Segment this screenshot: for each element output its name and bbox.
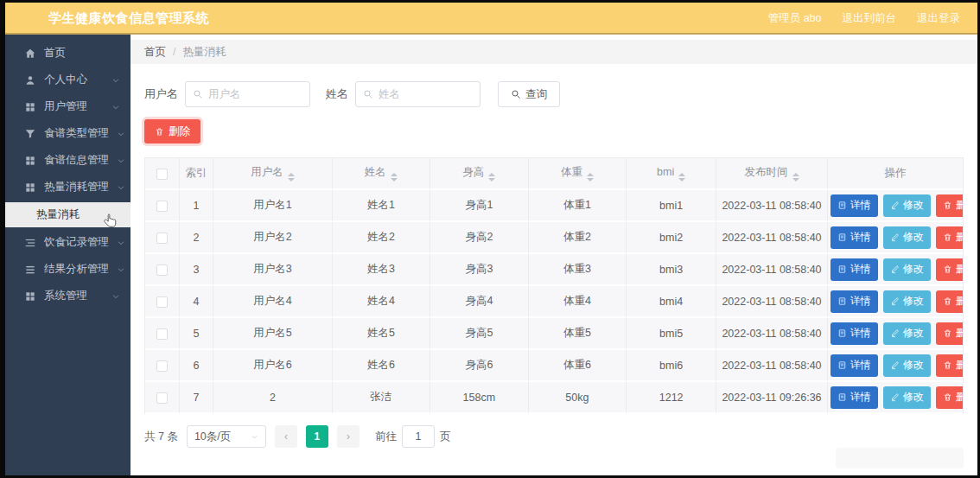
detail-button[interactable]: 详情 <box>830 354 878 377</box>
sort-caret-icon[interactable] <box>678 173 685 182</box>
exit-to-front-link[interactable]: 退出到前台 <box>843 11 897 26</box>
sidebar-item-diet-record[interactable]: 饮食记录管理 <box>5 229 130 256</box>
trash-icon <box>155 127 164 137</box>
edit-button[interactable]: 修改 <box>883 194 931 217</box>
table-header-row: 索引用户名姓名身高体重bmi发布时间操作 <box>145 158 963 190</box>
prev-page-button[interactable]: ‹ <box>275 425 297 448</box>
trash-icon <box>943 328 952 338</box>
detail-button[interactable]: 详情 <box>830 226 878 249</box>
sliders-icon <box>24 237 36 249</box>
row-checkbox[interactable] <box>156 264 168 276</box>
trash-icon <box>943 201 952 210</box>
sidebar-item-profile[interactable]: 个人中心 <box>5 67 130 93</box>
delete-button[interactable]: 删除 <box>936 386 963 409</box>
trash-icon <box>943 296 952 306</box>
search-icon <box>363 89 373 99</box>
column-header[interactable]: 体重 <box>529 158 627 190</box>
chevron-down-icon <box>111 103 120 112</box>
edit-icon <box>890 392 900 402</box>
sort-caret-icon[interactable] <box>288 173 295 182</box>
batch-delete-button[interactable]: 删除 <box>144 119 200 143</box>
detail-button[interactable]: 详情 <box>830 322 878 345</box>
table-cell: 2 <box>213 382 332 414</box>
edit-button[interactable]: 修改 <box>883 322 931 345</box>
sort-caret-icon[interactable] <box>488 173 495 182</box>
edit-button[interactable]: 修改 <box>883 354 931 377</box>
sort-caret-icon[interactable] <box>391 173 398 182</box>
goto-page-input[interactable] <box>402 425 435 448</box>
delete-button[interactable]: 删除 <box>936 290 963 313</box>
table-row: 5用户名5姓名5身高5体重5bmi52022-03-11 08:58:40详情修… <box>145 318 963 350</box>
column-header[interactable]: 发布时间 <box>716 158 828 190</box>
sidebar-item-recipe-type[interactable]: 食谱类型管理 <box>5 120 130 147</box>
edit-button[interactable]: 修改 <box>883 290 931 313</box>
table-row: 72张洁158cm50kg12122022-03-11 09:26:36详情修改… <box>145 382 963 414</box>
sidebar-item-recipe-info[interactable]: 食谱信息管理 <box>5 147 130 174</box>
detail-button[interactable]: 详情 <box>830 290 878 313</box>
column-header[interactable]: bmi <box>627 158 716 190</box>
row-checkbox[interactable] <box>156 233 168 244</box>
sidebar-item-calorie-mgmt[interactable]: 热量消耗管理 <box>5 174 130 201</box>
table-cell: 158cm <box>430 382 529 414</box>
funnel-icon <box>24 128 36 140</box>
table-cell: 用户名2 <box>213 222 332 254</box>
table-cell: bmi1 <box>627 190 716 222</box>
sort-caret-icon[interactable] <box>792 173 799 182</box>
table-cell: 体重5 <box>529 318 627 350</box>
detail-button[interactable]: 详情 <box>830 258 878 281</box>
detail-button[interactable]: 详情 <box>830 194 878 217</box>
column-header[interactable]: 身高 <box>430 158 529 190</box>
edit-icon <box>890 328 900 338</box>
row-checkbox[interactable] <box>156 296 168 308</box>
username-input[interactable] <box>208 88 302 100</box>
row-checkbox[interactable] <box>156 201 168 212</box>
edit-button[interactable]: 修改 <box>883 258 931 281</box>
document-icon <box>837 392 847 402</box>
main-row: 首页个人中心用户管理食谱类型管理食谱信息管理热量消耗管理热量消耗饮食记录管理结果… <box>5 35 977 475</box>
table-cell: 体重3 <box>529 254 627 286</box>
row-checkbox[interactable] <box>156 360 168 372</box>
delete-button[interactable]: 删除 <box>936 194 963 217</box>
delete-button[interactable]: 删除 <box>936 226 963 249</box>
sidebar-subitem-calorie[interactable]: 热量消耗 <box>5 202 130 227</box>
search-icon <box>511 89 521 99</box>
sidebar-item-user-mgmt[interactable]: 用户管理 <box>5 93 130 120</box>
main-content: 首页 / 热量消耗 用户名 姓名 查询 <box>130 35 977 475</box>
sidebar-item-system-mgmt[interactable]: 系统管理 <box>5 283 130 309</box>
search-button[interactable]: 查询 <box>498 81 560 107</box>
delete-button[interactable]: 删除 <box>936 322 963 345</box>
name-input[interactable] <box>379 88 473 100</box>
table-cell: 用户名6 <box>213 350 332 382</box>
edit-button[interactable]: 修改 <box>883 226 931 249</box>
row-checkbox-cell <box>145 286 180 318</box>
column-header[interactable]: 姓名 <box>333 158 431 190</box>
chevron-down-icon <box>117 239 125 247</box>
row-checkbox-cell <box>145 318 180 350</box>
sort-caret-icon[interactable] <box>587 173 594 182</box>
row-checkbox[interactable] <box>156 392 168 404</box>
page-size-select[interactable]: 10条/页 <box>187 425 266 448</box>
delete-button[interactable]: 删除 <box>936 258 963 281</box>
edit-button[interactable]: 修改 <box>883 386 931 409</box>
document-icon <box>837 233 847 242</box>
row-checkbox[interactable] <box>156 328 168 340</box>
table-row: 6用户名6姓名6身高6体重6bmi62022-03-11 08:58:40详情修… <box>145 350 963 382</box>
column-header[interactable]: 用户名 <box>213 158 332 190</box>
document-icon <box>837 328 847 338</box>
row-checkbox-cell <box>145 382 180 414</box>
table-cell: 2022-03-11 08:58:40 <box>716 350 828 382</box>
logout-link[interactable]: 退出登录 <box>917 11 960 26</box>
detail-button[interactable]: 详情 <box>830 386 878 409</box>
page-button-1[interactable]: 1 <box>306 425 328 448</box>
table-cell: 身高3 <box>430 254 529 286</box>
table-cell: 用户名4 <box>213 286 332 318</box>
delete-button[interactable]: 删除 <box>936 354 963 377</box>
sidebar-item-result-analysis[interactable]: 结果分析管理 <box>5 256 130 283</box>
breadcrumb-home[interactable]: 首页 <box>144 45 166 60</box>
next-page-button[interactable]: › <box>337 425 360 448</box>
table-cell: 姓名6 <box>333 350 431 382</box>
table-cell: 7 <box>180 382 214 414</box>
select-all-checkbox[interactable] <box>156 169 168 180</box>
sidebar-item-home[interactable]: 首页 <box>5 40 130 67</box>
chevron-down-icon <box>111 76 120 85</box>
